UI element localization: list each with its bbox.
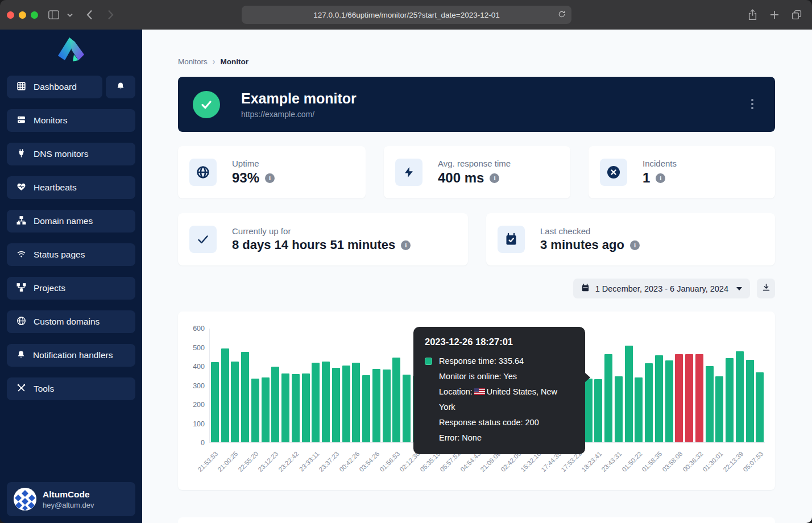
chart-bar-up[interactable] (362, 375, 370, 442)
chart-bar-up[interactable] (715, 376, 723, 442)
zoom-window-button[interactable] (31, 11, 38, 19)
chart-tooltip: 2023-12-26 18:27:01 Response time: 335.6… (413, 327, 585, 454)
sidebar-item-projects[interactable]: Projects (7, 277, 135, 300)
bolt-icon (395, 159, 422, 186)
share-icon[interactable] (748, 9, 757, 20)
sitemap-icon (16, 215, 26, 227)
chart-bar-up[interactable] (403, 375, 411, 442)
monitor-header-card: Example monitor https://example.com/ (178, 77, 775, 132)
chart-bar-up[interactable] (604, 354, 612, 442)
chart-bar-up[interactable] (392, 358, 400, 442)
chart-bar-up[interactable] (625, 346, 633, 442)
browser-window: 127.0.0.1/66uptime/monitor/25?start_date… (0, 0, 812, 523)
chart-bar-up[interactable] (292, 374, 300, 442)
chart-bar-up[interactable] (322, 362, 330, 442)
sidebar-item-label: Notification handlers (33, 350, 113, 360)
breadcrumb-monitors-link[interactable]: Monitors (178, 57, 208, 66)
y-tick-label: 600 (193, 325, 205, 333)
sidebar-item-notification-handlers[interactable]: Notification handlers (7, 344, 135, 367)
chart-bar-up[interactable] (726, 358, 734, 442)
sidebar-item-status-pages[interactable]: Status pages (7, 243, 135, 266)
chart-bar-up[interactable] (302, 373, 310, 442)
chart-bar-up[interactable] (342, 366, 350, 442)
chart-bar-up[interactable] (312, 363, 320, 442)
chart-bar-up[interactable] (251, 379, 259, 442)
app-logo[interactable] (0, 30, 142, 63)
user-account-card[interactable]: AltumCode hey@altum.dev (7, 482, 135, 516)
sidebar-item-label: Domain names (34, 216, 93, 226)
bell-icon (16, 350, 26, 362)
chart-bar-up[interactable] (372, 369, 380, 442)
close-window-button[interactable] (7, 11, 14, 19)
sidebar-item-monitors[interactable]: Monitors (7, 109, 135, 132)
sidebar-item-heartbeats[interactable]: Heartbeats (7, 176, 135, 199)
chart-bar-up[interactable] (706, 366, 714, 442)
chart-bar-up[interactable] (281, 373, 289, 442)
chart-bar-down[interactable] (695, 354, 703, 442)
chart-bar-up[interactable] (615, 376, 623, 442)
address-bar[interactable]: 127.0.0.1/66uptime/monitor/25?start_date… (242, 6, 571, 24)
chart-bar-up[interactable] (594, 379, 602, 442)
sidebar-toggle-icon[interactable] (48, 10, 59, 19)
chevron-down-icon[interactable] (67, 13, 73, 17)
info-icon[interactable]: i (656, 173, 665, 183)
chart-bar-up[interactable] (352, 363, 360, 442)
monitor-menu-button[interactable] (749, 97, 756, 111)
chart-bar-up[interactable] (332, 368, 340, 442)
sidebar: Dashboard Monitors DNS monitors (0, 30, 142, 523)
y-tick-label: 200 (193, 401, 205, 409)
chart-bar-up[interactable] (383, 370, 391, 442)
minimize-window-button[interactable] (19, 11, 26, 19)
chart-bar-up[interactable] (665, 360, 673, 442)
chart-bar-up[interactable] (635, 377, 643, 442)
chart-bar-up[interactable] (231, 362, 239, 442)
chevron-right-icon: › (213, 57, 216, 66)
chart-bar-up[interactable] (241, 352, 249, 442)
y-tick-label: 400 (193, 363, 205, 371)
last-checked-label: Last checked (540, 226, 640, 236)
back-button[interactable] (86, 10, 93, 20)
info-icon[interactable]: i (490, 173, 499, 183)
check-icon (189, 226, 217, 253)
chart-bar-up[interactable] (736, 351, 744, 442)
uptime-card: Uptime 93%i (178, 146, 366, 198)
date-range-picker[interactable]: 1 December, 2023 - 6 January, 2024 (573, 279, 750, 298)
new-tab-icon[interactable] (770, 10, 779, 19)
chart-bar-down[interactable] (675, 354, 683, 442)
sidebar-item-tools[interactable]: Tools (7, 377, 135, 400)
tooltip-title: 2023-12-26 18:27:01 (425, 337, 574, 347)
chart-bar-up[interactable] (221, 348, 229, 442)
sidebar-item-dns-monitors[interactable]: DNS monitors (7, 143, 135, 165)
y-tick-label: 500 (193, 344, 205, 352)
sidebar-item-dashboard[interactable]: Dashboard (7, 76, 102, 98)
forward-button[interactable] (107, 10, 114, 20)
bell-icon (116, 81, 125, 93)
chart-bar-up[interactable] (211, 362, 219, 442)
tooltip-status-code: Response status code: 200 (425, 415, 574, 430)
info-icon[interactable]: i (630, 240, 640, 250)
chart-bar-down[interactable] (685, 354, 693, 442)
tooltip-online: Monitor is online: Yes (425, 369, 574, 384)
chart-bar-up[interactable] (746, 360, 754, 442)
sidebar-item-custom-domains[interactable]: Custom domains (7, 310, 135, 333)
sidebar-item-domain-names[interactable]: Domain names (7, 210, 135, 233)
chart-bar-up[interactable] (756, 372, 764, 442)
sidebar-item-label: Monitors (34, 115, 67, 126)
avatar (14, 488, 36, 510)
date-range-label: 1 December, 2023 - 6 January, 2024 (595, 284, 728, 293)
notifications-button[interactable] (106, 76, 135, 98)
chart-bar-up[interactable] (645, 363, 653, 442)
avg-response-label: Avg. response time (438, 159, 511, 168)
chart-bar-up[interactable] (262, 377, 270, 442)
chart-bar-up[interactable] (271, 367, 279, 442)
download-button[interactable] (757, 279, 775, 298)
chart-bar-up[interactable] (655, 355, 663, 442)
info-icon[interactable]: i (265, 173, 275, 183)
response-time-chart-card: 0100200300400500600 21:53:5321:00:2522:5… (178, 312, 775, 490)
reload-icon[interactable] (558, 10, 566, 20)
info-icon[interactable]: i (401, 240, 411, 250)
tab-overview-icon[interactable] (792, 10, 802, 20)
chart-bar-up[interactable] (585, 379, 593, 442)
url-text: 127.0.0.1/66uptime/monitor/25?start_date… (313, 11, 500, 19)
sidebar-nav: Dashboard Monitors DNS monitors (7, 76, 135, 411)
